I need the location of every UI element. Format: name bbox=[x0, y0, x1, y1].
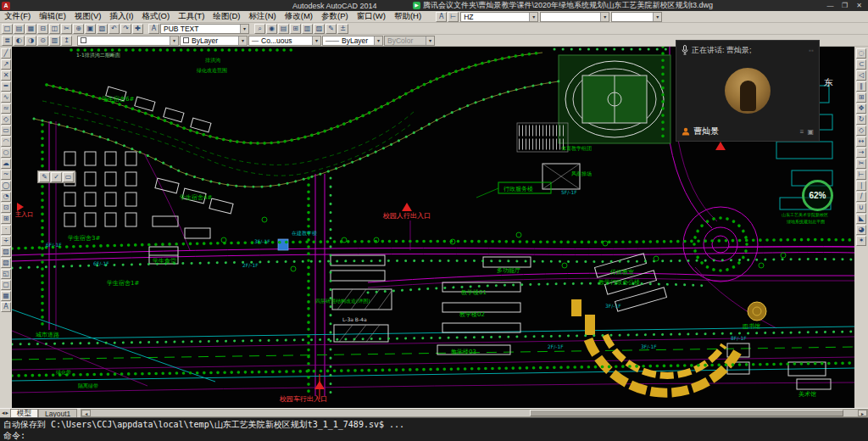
tab-model[interactable]: 模型 bbox=[10, 409, 38, 417]
markup-icon[interactable]: ✎ bbox=[326, 24, 337, 34]
color-combo[interactable]: ByLayer ▾ bbox=[180, 36, 248, 46]
layer-previous-icon[interactable]: ◐ bbox=[14, 36, 25, 46]
maximize-button[interactable]: ❐ bbox=[837, 1, 852, 10]
line-icon[interactable]: ╱ bbox=[1, 48, 11, 59]
rectangle-icon[interactable]: ▭ bbox=[1, 126, 11, 136]
command-line-area[interactable]: 自动保存到 C:\Users\CCJ\appdata\local\temp\山东… bbox=[0, 417, 868, 441]
polyline-icon[interactable]: ∿ bbox=[1, 92, 11, 103]
rotate-icon[interactable]: ↻ bbox=[856, 114, 866, 125]
box-icon[interactable]: ▭ bbox=[63, 172, 74, 182]
text-style-icon[interactable]: A bbox=[148, 24, 159, 34]
open-icon[interactable]: ▤ bbox=[14, 24, 25, 34]
erase-icon[interactable]: ◌ bbox=[856, 48, 866, 59]
paste-icon[interactable]: ▣ bbox=[85, 24, 96, 34]
menu-dimension[interactable]: 标注(N) bbox=[245, 11, 281, 22]
trim-icon[interactable]: ✂ bbox=[856, 159, 866, 169]
menu-parametric[interactable]: 参数(P) bbox=[317, 11, 353, 22]
break-at-point-icon[interactable]: ∣ bbox=[856, 181, 866, 191]
properties-icon[interactable]: ▤ bbox=[278, 24, 289, 34]
menu-draw[interactable]: 绘图(D) bbox=[209, 11, 244, 22]
command-prompt[interactable]: 命令: bbox=[3, 430, 865, 441]
menu-file[interactable]: 文件(F) bbox=[0, 11, 35, 22]
chamfer-icon[interactable]: ◣ bbox=[856, 214, 866, 224]
edit-icon[interactable]: ✎ bbox=[39, 172, 50, 182]
hatch-icon[interactable]: ▨ bbox=[1, 247, 11, 257]
polygon-icon[interactable]: ◇ bbox=[1, 114, 11, 125]
zoom-icon[interactable]: ⌕ bbox=[254, 24, 265, 34]
quick-calc-icon[interactable]: ± bbox=[337, 24, 348, 34]
save-icon[interactable]: ▦ bbox=[25, 24, 36, 34]
region-icon[interactable]: ◱ bbox=[1, 269, 11, 279]
table-icon[interactable]: ▦ bbox=[1, 291, 11, 301]
tab-scroll-right-icon[interactable]: ▸ bbox=[6, 410, 9, 416]
move-icon[interactable]: ✥ bbox=[856, 103, 866, 114]
meeting-overlay-panel[interactable]: 正在讲话: 曹灿景; ▪▪ 曹灿景 ≡ ▣ bbox=[676, 40, 820, 142]
tab-scroll-left-icon[interactable]: ◂ bbox=[2, 410, 5, 416]
multiline-text-icon[interactable]: A bbox=[1, 302, 11, 312]
layer-isolate-icon[interactable]: ◑ bbox=[25, 36, 36, 46]
menu-format[interactable]: 格式(O) bbox=[137, 11, 174, 22]
font-combo[interactable]: HZ ▾ bbox=[460, 12, 538, 22]
match-properties-icon[interactable]: ▧ bbox=[97, 24, 108, 34]
menu-window[interactable]: 窗口(W) bbox=[353, 11, 390, 22]
make-block-icon[interactable]: ⊞ bbox=[1, 214, 11, 224]
scale-icon[interactable]: ◇ bbox=[856, 126, 866, 136]
menu-view[interactable]: 视图(V) bbox=[70, 11, 106, 22]
dim-style-combo[interactable]: ▾ bbox=[540, 12, 609, 22]
qnew-icon[interactable]: □ bbox=[2, 24, 13, 34]
multiline-icon[interactable]: ═ bbox=[1, 81, 11, 92]
tab-layout1[interactable]: Layout1 bbox=[38, 409, 77, 417]
arc-icon[interactable]: ◠ bbox=[1, 137, 11, 147]
tool-palettes-icon[interactable]: ▥ bbox=[302, 24, 313, 34]
meeting-video-area[interactable] bbox=[676, 59, 819, 122]
scroll-right-arrow-icon[interactable]: ▸ bbox=[858, 410, 867, 416]
meeting-list-icon[interactable]: ≡ bbox=[800, 128, 804, 136]
confirm-icon[interactable]: ✓ bbox=[51, 172, 62, 182]
text-style-manager-icon[interactable]: A bbox=[436, 12, 447, 22]
layer-combo[interactable]: ▾ bbox=[77, 36, 179, 46]
table-style-combo[interactable]: ▾ bbox=[611, 12, 662, 22]
sheet-set-icon[interactable]: ▨ bbox=[314, 24, 325, 34]
floating-toolbar[interactable]: ✎✓▭ bbox=[37, 170, 75, 183]
undo-icon[interactable]: ↶ bbox=[108, 24, 120, 34]
close-button[interactable]: ✕ bbox=[852, 1, 866, 10]
construction-line-icon[interactable]: ✕ bbox=[1, 70, 11, 81]
dimension-style-manager-icon[interactable]: ⊢ bbox=[448, 12, 459, 22]
spline-icon[interactable]: ~ bbox=[1, 170, 11, 180]
scrollbar-thumb[interactable] bbox=[530, 410, 844, 416]
ray-icon[interactable]: ↗ bbox=[1, 59, 11, 70]
3d-polyline-icon[interactable]: ≈ bbox=[1, 103, 11, 114]
circle-icon[interactable]: ○ bbox=[1, 148, 11, 158]
scroll-left-arrow-icon[interactable]: ◂ bbox=[81, 410, 91, 416]
revision-cloud-icon[interactable]: ☁ bbox=[1, 159, 11, 169]
copy-icon[interactable]: ⊂ bbox=[856, 59, 866, 70]
plot-icon[interactable]: ⊟ bbox=[37, 24, 48, 34]
menu-help[interactable]: 帮助(H) bbox=[390, 11, 426, 22]
extend-icon[interactable]: ⊢ bbox=[856, 170, 866, 180]
make-layer-current-icon[interactable]: ▥ bbox=[49, 36, 60, 46]
join-icon[interactable]: ∪ bbox=[856, 203, 866, 213]
stretch-icon[interactable]: ↔ bbox=[856, 137, 866, 147]
design-center-icon[interactable]: ⊞ bbox=[290, 24, 301, 34]
fillet-icon[interactable]: ◕ bbox=[856, 225, 866, 235]
layer-unisolate-icon[interactable]: ⊙ bbox=[37, 36, 48, 46]
minimize-button[interactable]: — bbox=[823, 1, 837, 10]
ellipse-arc-icon[interactable]: ◔ bbox=[1, 192, 11, 202]
share-quality-widget[interactable]: 62% bbox=[802, 180, 833, 211]
menu-modify[interactable]: 修改(M) bbox=[281, 11, 317, 22]
menu-insert[interactable]: 插入(I) bbox=[105, 11, 137, 22]
break-icon[interactable]: / bbox=[856, 192, 866, 202]
lineweight-combo[interactable]: —— ByLayer ▾ bbox=[322, 36, 383, 46]
linetype-combo[interactable]: — Co...uous ▾ bbox=[248, 36, 321, 46]
explode-icon[interactable]: ✶ bbox=[856, 236, 866, 246]
cut-icon[interactable]: ✂ bbox=[61, 24, 72, 34]
lengthen-icon[interactable]: → bbox=[856, 148, 866, 158]
divide-icon[interactable]: ÷ bbox=[1, 236, 11, 246]
plot-preview-icon[interactable]: ◫ bbox=[49, 24, 60, 34]
point-icon[interactable]: · bbox=[1, 225, 11, 235]
copy-clip-icon[interactable]: ⊕ bbox=[73, 24, 84, 34]
meeting-expand-icon[interactable]: ▣ bbox=[807, 128, 814, 136]
menu-edit[interactable]: 编辑(E) bbox=[35, 11, 70, 22]
gradient-icon[interactable]: ▧ bbox=[1, 258, 11, 268]
ellipse-icon[interactable]: ◯ bbox=[1, 181, 11, 191]
